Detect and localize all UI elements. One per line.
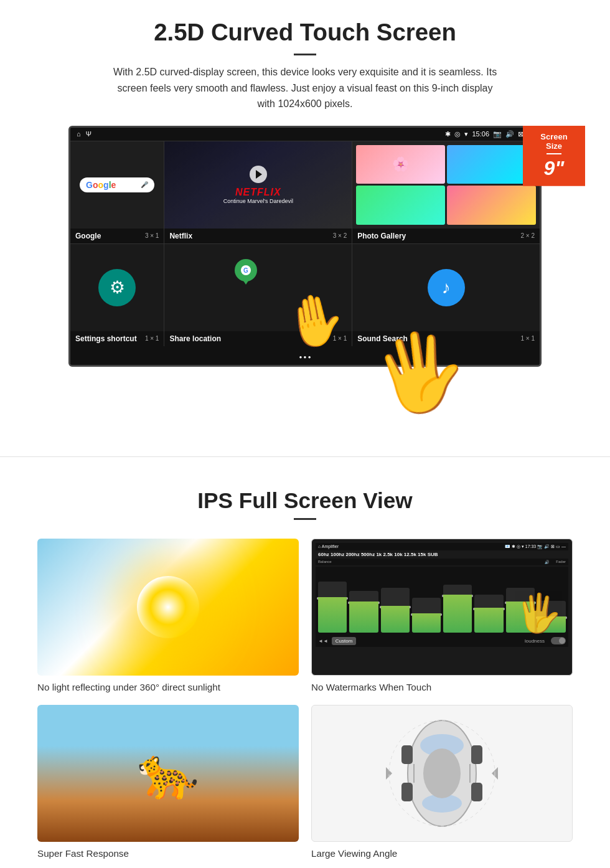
battery-icon: ⊠ xyxy=(518,130,523,138)
netflix-app-size: 3 × 2 xyxy=(333,232,347,239)
share-app-name: Share location xyxy=(169,334,221,343)
feature-cheetah: 🐆 Super Fast Response xyxy=(37,705,299,859)
clock: 15:06 xyxy=(472,130,489,138)
gallery-app-name: Photo Gallery xyxy=(357,232,406,240)
photo-green xyxy=(356,186,445,225)
sunlight-image xyxy=(37,539,299,676)
amplifier-image: ⌂ Amplifier 📧 ✱ ◎ ▾ 17:33 📷 🔊 ⊠ ▭ — 60hz… xyxy=(311,539,573,676)
netflix-label-row: Netflix 3 × 2 xyxy=(164,229,352,243)
gallery-app-size: 2 × 2 xyxy=(520,232,535,239)
section-separator xyxy=(0,456,610,457)
sunlight-caption: No light reflecting under 360° direct su… xyxy=(37,682,299,692)
car-svg xyxy=(312,705,572,841)
amp-title: 60hz 100hz 200hz 500hz 1k 2.5k 10k 12.5k… xyxy=(318,552,566,557)
eq-bar-3 xyxy=(381,588,410,632)
usb-icon: Ψ xyxy=(86,130,92,138)
settings-app-name: Settings shortcut xyxy=(75,334,137,343)
eq-bar-2 xyxy=(349,591,378,632)
svg-rect-12 xyxy=(401,783,413,801)
google-search-bar[interactable]: Google 🎤 xyxy=(80,177,154,192)
photo-blue xyxy=(447,145,536,184)
amp-screen: ⌂ Amplifier 📧 ✱ ◎ ▾ 17:33 📷 🔊 ⊠ ▭ — 60hz… xyxy=(312,539,572,675)
sound-thumbnail: ♪ xyxy=(352,244,540,331)
settings-app-size: 1 × 1 xyxy=(145,335,159,342)
google-logo: Google xyxy=(86,180,116,190)
sound-icon: ♪ xyxy=(428,269,465,306)
device-mockup: ⌂ Ψ ✱ ◎ ▾ 15:06 📷 🔊 ⊠ ▭ xyxy=(68,126,542,367)
app-cell-settings[interactable]: ⚙ Settings shortcut 1 × 1 xyxy=(70,244,164,346)
photo-flower: 🌸 xyxy=(356,145,445,184)
netflix-thumbnail: NETFLIX Continue Marvel's Daredevil xyxy=(164,141,352,229)
app-cell-gallery[interactable]: 🌸 Photo Gallery 2 × 2 xyxy=(352,141,540,243)
bluetooth-icon: ✱ xyxy=(445,130,451,138)
cheetah-icon: 🐆 xyxy=(137,744,199,803)
hand-icon: 🖐 xyxy=(367,321,474,424)
car-image xyxy=(311,705,573,842)
app-row-top: Google 🎤 Google 3 × 1 xyxy=(70,141,540,243)
screen-size-badge: Screen Size 9" xyxy=(523,126,585,186)
google-thumbnail: Google 🎤 xyxy=(70,141,164,229)
eq-bars: 🖐 xyxy=(316,567,568,635)
svg-point-7 xyxy=(423,748,461,798)
home-icon: ⌂ xyxy=(77,130,81,138)
eq-bar-1 xyxy=(318,582,347,633)
section1-title: 2.5D Curved Touch Screen xyxy=(37,19,573,46)
app-cell-netflix[interactable]: NETFLIX Continue Marvel's Daredevil Netf… xyxy=(164,141,352,243)
badge-title: Screen Size xyxy=(532,132,576,151)
camera-icon: 📷 xyxy=(493,130,502,138)
feature-sunlight: No light reflecting under 360° direct su… xyxy=(37,539,299,692)
section2-divider xyxy=(294,518,316,520)
eq-bar-4 xyxy=(412,598,441,633)
section-ips: IPS Full Screen View No light reflecting… xyxy=(0,482,610,868)
wifi-icon: ▾ xyxy=(464,130,468,138)
photo-orange xyxy=(447,186,536,225)
settings-label-row: Settings shortcut 1 × 1 xyxy=(70,331,164,346)
netflix-logo: NETFLIX xyxy=(235,187,281,198)
cheetah-caption: Super Fast Response xyxy=(37,848,299,859)
amplifier-caption: No Watermarks When Touch xyxy=(311,682,573,692)
netflix-overlay: NETFLIX Continue Marvel's Daredevil xyxy=(164,141,352,229)
netflix-app-name: Netflix xyxy=(169,232,192,240)
app-row-bottom: ⚙ Settings shortcut 1 × 1 xyxy=(70,243,540,346)
share-thumbnail: G 🤚 xyxy=(164,244,352,331)
svg-rect-13 xyxy=(471,783,482,801)
status-bar: ⌂ Ψ ✱ ◎ ▾ 15:06 📷 🔊 ⊠ ▭ xyxy=(70,128,540,141)
google-app-name: Google xyxy=(75,232,101,240)
settings-icon: ⚙ xyxy=(98,269,136,306)
badge-divider xyxy=(547,153,561,154)
sound-app-size: 1 × 1 xyxy=(520,335,535,342)
gps-icon: ◎ xyxy=(454,130,461,138)
settings-thumbnail: ⚙ xyxy=(70,244,164,331)
device-screen: ⌂ Ψ ✱ ◎ ▾ 15:06 📷 🔊 ⊠ ▭ xyxy=(68,126,542,367)
cheetah-image: 🐆 xyxy=(37,705,299,842)
badge-size: 9" xyxy=(532,157,576,180)
amp-statusbar: ⌂ Amplifier 📧 ✱ ◎ ▾ 17:33 📷 🔊 ⊠ ▭ — xyxy=(316,543,568,550)
maps-icon: G xyxy=(230,257,261,294)
svg-rect-11 xyxy=(471,745,482,764)
sun-glow xyxy=(137,576,199,638)
feature-amplifier: ⌂ Amplifier 📧 ✱ ◎ ▾ 17:33 📷 🔊 ⊠ ▭ — 60hz… xyxy=(311,539,573,692)
title-divider xyxy=(294,54,316,55)
netflix-subtitle: Continue Marvel's Daredevil xyxy=(223,198,293,204)
car-caption: Large Viewing Angle xyxy=(311,848,573,859)
status-right: ✱ ◎ ▾ 15:06 📷 🔊 ⊠ ▭ xyxy=(445,130,533,138)
hand-touch-icon: 🖐 xyxy=(515,591,562,635)
section2-title: IPS Full Screen View xyxy=(37,488,573,513)
eq-bar-6 xyxy=(474,595,503,633)
svg-rect-10 xyxy=(401,745,413,764)
svg-text:G: G xyxy=(243,267,248,274)
app-cell-google[interactable]: Google 🎤 Google 3 × 1 xyxy=(70,141,164,243)
mic-icon: 🎤 xyxy=(141,181,148,188)
google-label-row: Google 3 × 1 xyxy=(70,229,164,243)
google-app-size: 3 × 1 xyxy=(145,232,159,239)
status-left: ⌂ Ψ xyxy=(77,130,92,138)
play-button[interactable] xyxy=(250,166,267,183)
gallery-thumbnail: 🌸 xyxy=(352,141,540,229)
section-curved-screen: 2.5D Curved Touch Screen With 2.5D curve… xyxy=(0,0,610,382)
hand-pointing-icon: 🤚 xyxy=(279,286,350,355)
gallery-label-row: Photo Gallery 2 × 2 xyxy=(352,229,540,243)
amp-labels: Balance 🔊 Fader xyxy=(316,559,568,565)
feature-grid: No light reflecting under 360° direct su… xyxy=(37,539,573,859)
app-cell-share[interactable]: G 🤚 Share location 1 × 1 xyxy=(164,244,352,346)
amp-controls: ◄◄ Custom loudness xyxy=(316,635,568,647)
